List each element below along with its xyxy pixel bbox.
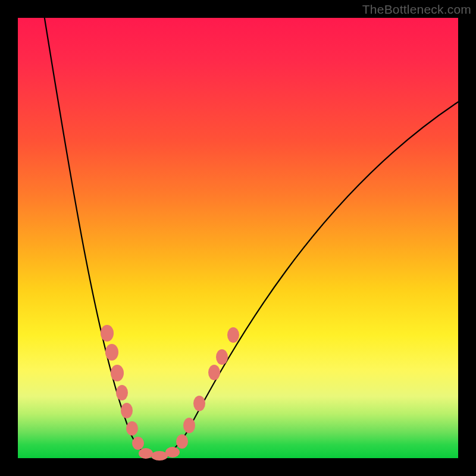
bead-marker — [216, 349, 228, 365]
bead-marker — [111, 365, 124, 381]
bead-marker — [227, 327, 239, 343]
left-curve — [44, 15, 155, 457]
curve-layer — [18, 18, 458, 458]
bead-marker — [126, 421, 138, 436]
bead-group — [101, 325, 239, 461]
watermark-label: TheBottleneck.com — [362, 2, 471, 17]
bead-marker — [132, 437, 144, 450]
bead-marker — [208, 365, 220, 380]
bead-marker — [121, 403, 133, 418]
bead-marker — [151, 451, 168, 461]
bead-marker — [139, 448, 153, 459]
bead-marker — [116, 385, 128, 400]
bead-marker — [165, 447, 180, 458]
bead-marker — [105, 344, 118, 361]
plot-area — [18, 18, 458, 458]
bead-marker — [183, 418, 195, 433]
bead-marker — [101, 325, 114, 342]
chart-stage: TheBottleneck.com — [0, 0, 476, 476]
bead-marker — [176, 434, 188, 449]
bead-marker — [193, 396, 205, 411]
